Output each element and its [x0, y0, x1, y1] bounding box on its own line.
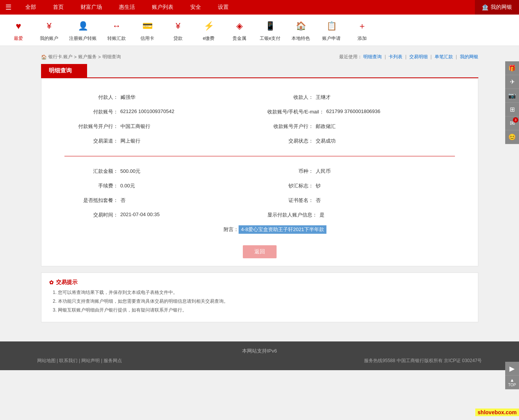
payer-account-value: 621226 1001009370542 — [120, 108, 175, 114]
time-label: 交易时间： — [72, 212, 118, 218]
local-icon: 🏠 — [296, 21, 306, 31]
section-header-right — [87, 64, 478, 77]
nav-benefits[interactable]: 惠生活 — [110, 0, 143, 15]
quick-add[interactable]: ＋ 添加 — [351, 18, 373, 42]
payee-account-value: 621799 3760001806936 — [326, 108, 381, 114]
payee-label: 收款人： — [267, 94, 313, 101]
time-value: 2021-07-04 00:35 — [120, 212, 160, 217]
sun-icon: ✿ — [49, 279, 54, 285]
quick-account-apply[interactable]: 📋 账户申请 — [321, 18, 342, 42]
gold-icon: ◈ — [236, 21, 243, 31]
return-row: 返回 — [49, 241, 470, 258]
payee-bank-row: 收款账号开户行： 邮政储汇 — [267, 123, 447, 130]
amount-value: 500.00元 — [120, 168, 141, 175]
transfer-icon: ↔ — [112, 21, 121, 31]
remark-value: 4-8爱心宝盒资助王子轩2021下半年款 — [239, 225, 326, 234]
recent-statement[interactable]: 交易明细 — [409, 54, 428, 59]
fee-row: 手续费： 0.00元 — [72, 182, 252, 189]
breadcrumb-service[interactable]: 账户服务 — [78, 54, 97, 60]
forward-button[interactable]: ▶ — [505, 362, 519, 370]
quick-epay[interactable]: ⚡ e缴费 — [198, 18, 219, 42]
quick-pay[interactable]: 📱 工银e支付 — [259, 18, 281, 42]
payer-account-row: 付款账号： 621226 1001009370542 — [72, 108, 252, 115]
footer-links: 网站地图 | 联系我们 | 网站声明 | 服务网点 — [37, 358, 122, 364]
footer-sitemap[interactable]: 网站地图 — [37, 358, 56, 363]
cash-label: 钞汇标志： — [267, 182, 313, 189]
recent-mybank[interactable]: 我的网银 — [460, 54, 478, 59]
breadcrumb-current: 明细查询 — [102, 54, 121, 60]
cash-row: 钞汇标志： 钞 — [267, 182, 447, 189]
mybank-button[interactable]: 🏦 我的网银 — [475, 0, 519, 15]
recent-detail[interactable]: 明细查询 — [363, 54, 382, 59]
quick-gold[interactable]: ◈ 贵金属 — [229, 18, 250, 42]
quick-register-transfer[interactable]: 👤 注册账户转账 — [69, 18, 97, 42]
top-navigation: ☰ 全部 首页 财富广场 惠生活 账户列表 安全 设置 🏦 我的网银 — [0, 0, 519, 15]
credit-icon: 💳 — [142, 21, 153, 31]
divider — [64, 156, 455, 156]
nav-accounts[interactable]: 账户列表 — [143, 0, 182, 15]
footer: 本网站支持IPv6 网站地图 | 联系我们 | 网站声明 | 服务网点 服务热线… — [0, 341, 519, 370]
breadcrumb-bank[interactable]: 银行卡.账户 — [48, 54, 72, 60]
return-button[interactable]: 返回 — [243, 245, 277, 258]
nav-wealth[interactable]: 财富广场 — [72, 0, 110, 15]
quick-icons-bar: ♥ 最爱 ¥ 我的账户 👤 注册账户转账 ↔ 转账汇款 💳 信用卡 ¥ 贷款 ⚡… — [0, 15, 519, 46]
amount-row: 汇款金额： 500.00元 — [72, 168, 252, 175]
payer-bank-label: 付款账号开户行： — [72, 123, 118, 130]
currency-label: 币种： — [267, 168, 313, 175]
fee-label: 手续费： — [72, 182, 118, 189]
quick-favorite[interactable]: ♥ 最爱 — [8, 18, 29, 42]
menu-icon[interactable]: ☰ — [0, 3, 17, 11]
tips-title: ✿ 交易提示 — [49, 279, 470, 286]
sidebar-mail[interactable]: ✉ 3 — [505, 116, 519, 130]
epay-icon: ⚡ — [204, 21, 214, 31]
recent-links: 最近使用： 明细查询 | 卡列表 | 交易明细 | 单笔汇款 | 我的网银 — [339, 54, 478, 60]
tips-section: ✿ 交易提示 1. 您可以将查询结果下载，并保存到文本或电子表格文件中。 2. … — [41, 272, 478, 322]
footer-bottom: 网站地图 | 联系我们 | 网站声明 | 服务网点 服务热线95588 中国工商… — [37, 358, 482, 364]
home-icon[interactable]: 🏠 — [41, 54, 47, 60]
currency-value: 人民币 — [316, 168, 331, 175]
ipv6-label: 本网站支持IPv6 — [6, 348, 513, 354]
nav-home[interactable]: 首页 — [44, 0, 72, 15]
gift-icon: 🎁 — [508, 64, 516, 72]
quick-local[interactable]: 🏠 本地特色 — [290, 18, 311, 42]
footer-contact[interactable]: 联系我们 — [59, 358, 77, 363]
amount-label: 汇款金额： — [72, 168, 118, 175]
payee-bank-label: 收款账号开户行： — [267, 123, 313, 130]
tip-item-1: 1. 您可以将查询结果下载，并保存到文本或电子表格文件中。 — [53, 289, 470, 296]
nav-settings[interactable]: 设置 — [209, 0, 237, 15]
remark-row: 附言： 4-8爱心宝盒资助王子轩2021下半年款 — [49, 225, 470, 234]
payee-account-label: 收款账号/手机号/E-mail： — [267, 108, 324, 115]
nav-security[interactable]: 安全 — [182, 0, 209, 15]
payee-bank-value: 邮政储汇 — [316, 123, 336, 130]
sidebar-gift[interactable]: 🎁 — [505, 61, 519, 75]
sidebar-send[interactable]: ✈ — [505, 75, 519, 89]
payee-account-row: 收款账号/手机号/E-mail： 621799 3760001806936 — [267, 108, 447, 115]
footer-statement[interactable]: 网站声明 — [81, 358, 100, 363]
quick-loan[interactable]: ¥ 贷款 — [167, 18, 189, 42]
recent-single-remit[interactable]: 单笔汇款 — [435, 54, 453, 59]
quick-credit[interactable]: 💳 信用卡 — [137, 18, 158, 42]
nav-all[interactable]: 全部 — [17, 0, 44, 15]
payer-label: 付款人： — [72, 94, 118, 101]
sidebar-qr[interactable]: ⊞ — [505, 103, 519, 116]
payee-row: 收款人： 王继才 — [267, 94, 447, 101]
footer-outlets[interactable]: 服务网点 — [104, 358, 122, 363]
footer-right: 服务热线95588 中国工商银行版权所有 京ICP证 030247号 — [364, 358, 482, 364]
status-value: 交易成功 — [316, 138, 336, 144]
channel-value: 网上银行 — [120, 138, 140, 144]
remark-label: 附言： — [193, 226, 239, 233]
quick-myaccount[interactable]: ¥ 我的账户 — [38, 18, 60, 42]
sidebar-face[interactable]: 😊 — [505, 130, 519, 144]
tips-list: 1. 您可以将查询结果下载，并保存到文本或电子表格文件中。 2. 本功能只支持查… — [49, 289, 470, 314]
cert-row: 证书签名： 否 — [267, 197, 447, 204]
quick-transfer[interactable]: ↔ 转账汇款 — [106, 18, 127, 42]
recent-cardlist[interactable]: 卡列表 — [389, 54, 402, 59]
channel-row: 交易渠道： 网上银行 — [72, 138, 252, 144]
payer-bank-value: 中国工商银行 — [120, 123, 150, 130]
mail-badge: 3 — [513, 117, 518, 123]
sidebar-camera[interactable]: 📷 — [505, 89, 519, 103]
channel-label: 交易渠道： — [72, 138, 118, 144]
payer-account-label: 付款账号： — [72, 108, 118, 115]
amount-info-grid: 汇款金额： 500.00元 币种： 人民币 手续费： 0.00元 钞汇标志： 钞… — [49, 164, 470, 222]
pay-icon: 📱 — [265, 21, 275, 31]
